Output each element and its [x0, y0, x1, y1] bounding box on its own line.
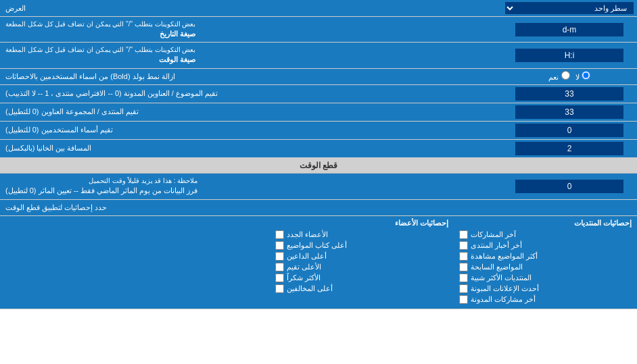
col1-checkbox-4[interactable]	[459, 274, 468, 282]
time-cut-main-label: فرز البيانات من يوم الماثر الماضي فقط --…	[5, 186, 197, 196]
col2-checkbox-1[interactable]	[275, 241, 284, 250]
time-cut-row: ملاحظة : هذا قد يزيد قليلاً وقت التحميل …	[0, 174, 637, 199]
col1-checkbox-2[interactable]	[459, 252, 468, 261]
list-item: أعلى الداعين	[275, 252, 448, 261]
date-format-sublabel: بعض التكوينات يتطلب "/" التي يمكن ان تضا…	[5, 20, 195, 29]
topic-order-row: تقيم الموضوع / العناوين المدونة (0 -- ال…	[0, 85, 637, 103]
space-row: المسافة بين الخانيا (بالبكسل)	[0, 140, 637, 158]
space-input-cell[interactable]	[502, 140, 637, 157]
users-order-input-cell[interactable]	[502, 122, 637, 139]
col2-checkbox-0[interactable]	[275, 230, 284, 239]
forum-order-input-cell[interactable]	[502, 103, 637, 121]
checkboxes-area: إحصاثيات المنتديات آخر المشاركات أخر أخب…	[0, 216, 637, 309]
limit-label-cell: حدد إحصاثيات لتطبيق قطع الوقت	[0, 200, 428, 215]
checkboxes-col3	[0, 216, 270, 309]
topic-order-input-cell[interactable]	[502, 85, 637, 103]
bold-label: ازالة نمط بولد (Bold) من اسماء المستخدمي…	[0, 69, 502, 84]
top-label-text: العرض	[5, 4, 26, 13]
list-item: أعلى كتاب المواضيع	[275, 241, 448, 250]
list-item: المواضيع السابحة	[459, 263, 632, 271]
users-order-label: تقيم أسماء المستخدمين (0 للتطبيل)	[0, 122, 502, 139]
list-item: آخر المشاركات	[459, 230, 632, 239]
display-select-cell[interactable]: سطر واحدسطرينثلاثة أسطر	[502, 0, 637, 16]
bold-yes-radio[interactable]	[561, 71, 570, 80]
list-item: أخر أخبار المنتدى	[459, 241, 632, 250]
col2-checkbox-2[interactable]	[275, 252, 284, 261]
time-cut-input[interactable]	[515, 180, 623, 193]
limit-label-row: حدد إحصاثيات لتطبيق قطع الوقت	[0, 200, 637, 216]
col2-checkbox-4[interactable]	[275, 274, 284, 282]
forum-order-row: تقيم المنتدى / المجموعة العناوين (0 للتط…	[0, 103, 637, 122]
list-item: الأعلى تقيم	[275, 263, 448, 271]
date-format-input[interactable]	[515, 23, 623, 36]
col1-checkbox-6[interactable]	[459, 295, 468, 304]
top-label: العرض	[0, 0, 502, 16]
list-item: الأكثر شكراً	[275, 274, 448, 282]
display-select[interactable]: سطر واحدسطرينثلاثة أسطر	[505, 2, 634, 14]
list-item: أحدث الإعلانات المبونة	[459, 284, 632, 293]
time-cut-sublabel: ملاحظة : هذا قد يزيد قليلاً وقت التحميل	[5, 176, 197, 186]
time-cut-label: ملاحظة : هذا قد يزيد قليلاً وقت التحميل …	[0, 174, 502, 199]
col2-checkbox-3[interactable]	[275, 263, 284, 271]
forum-order-label: تقيم المنتدى / المجموعة العناوين (0 للتط…	[0, 103, 502, 121]
forum-order-input[interactable]	[515, 105, 623, 119]
space-input[interactable]	[515, 142, 623, 155]
space-label: المسافة بين الخانيا (بالبكسل)	[0, 140, 502, 157]
bold-no-label: لا	[575, 71, 590, 82]
bold-yes-label: نعم	[548, 71, 569, 82]
col1-checkbox-3[interactable]	[459, 263, 468, 271]
checkboxes-col2: إحصاثيات الأعضاء الأعضاء الجدد أعلى كتاب…	[270, 216, 453, 309]
col2-checkbox-5[interactable]	[275, 284, 284, 293]
col2-header: إحصاثيات الأعضاء	[275, 219, 448, 228]
date-format-row: بعض التكوينات يتطلب "/" التي يمكن ان تضا…	[0, 17, 637, 43]
topic-order-label: تقيم الموضوع / العناوين المدونة (0 -- ال…	[0, 85, 502, 103]
list-item: أخر مشاركات المدونة	[459, 295, 632, 304]
bold-row: لا نعم ازالة نمط بولد (Bold) من اسماء ال…	[0, 69, 637, 85]
checkboxes-col1: إحصاثيات المنتديات آخر المشاركات أخر أخب…	[454, 216, 637, 309]
top-row: سطر واحدسطرينثلاثة أسطر العرض	[0, 0, 637, 17]
list-item: الأعضاء الجدد	[275, 230, 448, 239]
col1-header: إحصاثيات المنتديات	[459, 219, 632, 228]
time-cut-input-cell[interactable]	[502, 174, 637, 199]
users-order-input[interactable]	[515, 124, 623, 137]
date-input-cell[interactable]	[502, 17, 637, 42]
time-format-label: بعض التكوينات يتطلب "/" التي يمكن ان تضا…	[0, 43, 502, 68]
topic-order-input[interactable]	[515, 87, 623, 101]
date-format-main-label: صيغة التاريخ	[5, 29, 195, 39]
list-item: أعلى المخالفين	[275, 284, 448, 293]
section-header-time-cut: قطع الوقت	[0, 158, 637, 174]
date-format-label: بعض التكوينات يتطلب "/" التي يمكن ان تضا…	[0, 17, 502, 42]
users-order-row: تقيم أسماء المستخدمين (0 للتطبيل)	[0, 122, 637, 140]
bold-no-radio[interactable]	[582, 71, 590, 80]
col1-checkbox-0[interactable]	[459, 230, 468, 239]
list-item: أكثر المواضيع مشاهدة	[459, 252, 632, 261]
list-item: المنتديات الأكثر شبية	[459, 274, 632, 282]
time-format-main-label: صيغة الوقت	[5, 55, 195, 65]
time-format-input[interactable]	[515, 49, 623, 62]
col1-checkbox-1[interactable]	[459, 241, 468, 250]
limit-label-spacer	[428, 200, 637, 215]
bold-radio-cell: لا نعم	[502, 69, 637, 84]
time-format-sublabel: بعض التكوينات يتطلب "/" التي يمكن ان تضا…	[5, 45, 195, 55]
time-input-cell[interactable]	[502, 43, 637, 68]
col1-checkbox-5[interactable]	[459, 284, 468, 293]
time-format-row: بعض التكوينات يتطلب "/" التي يمكن ان تضا…	[0, 43, 637, 68]
